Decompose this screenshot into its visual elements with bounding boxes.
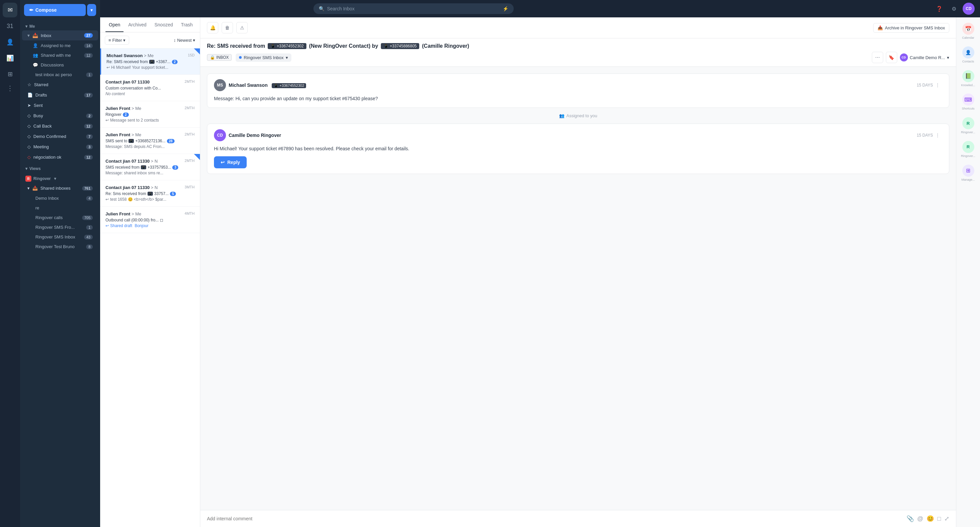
rs-manage[interactable]: ⊞ Manage... bbox=[959, 162, 978, 184]
expand-icon[interactable]: ⤢ bbox=[944, 515, 949, 522]
sidebar-item-demo-confirmed[interactable]: ◇ Demo Confirmed 7 bbox=[22, 132, 98, 141]
conv-preview-7: ↩ Shared draft Bonjour bbox=[105, 223, 195, 228]
conversation-item-7[interactable]: Julien Front > Me 4MTH Outbound call (00… bbox=[100, 207, 200, 233]
archive-button[interactable]: 📥 Archive in Ringover SMS Inbox bbox=[873, 23, 949, 33]
reply-arrow-6: ↩ bbox=[105, 197, 109, 202]
sidebar-item-demo-inbox[interactable]: Demo Inbox 4 bbox=[22, 194, 98, 203]
mention-icon[interactable]: @ bbox=[917, 515, 923, 522]
conversation-item-2[interactable]: Contact jian 07 11330 2MTH Custom conver… bbox=[100, 75, 200, 101]
starred-label: Starred bbox=[34, 82, 93, 87]
compose-button[interactable]: ✏ Compose bbox=[24, 4, 86, 16]
sidebar-item-ringover-calls[interactable]: Ringover calls 705 bbox=[22, 213, 98, 222]
reply-arrow-1: ↩ bbox=[107, 65, 110, 70]
sidebar-item-test-inbox[interactable]: test inbox ac perso 1 bbox=[22, 70, 98, 79]
conv-sender-4: Julien Front > Me bbox=[105, 132, 141, 137]
message-card-2: CD Camille Demo Ringover 15 DAYS ⋮ Hi Mi… bbox=[207, 124, 949, 174]
search-input[interactable] bbox=[327, 6, 500, 11]
sidebar-item-sent[interactable]: ➤ Sent bbox=[22, 100, 98, 110]
template-icon[interactable]: □ bbox=[937, 515, 941, 522]
tab-open[interactable]: Open bbox=[105, 18, 124, 32]
inbox-label: Inbox bbox=[41, 33, 81, 38]
filter-icon: ≡ bbox=[108, 38, 111, 43]
assigned-icon: 👤 bbox=[33, 43, 38, 48]
filter-icon[interactable]: ⚡ bbox=[503, 6, 508, 11]
sidebar-item-starred[interactable]: ☆ Starred bbox=[22, 80, 98, 89]
compose-dropdown-button[interactable]: ▾ bbox=[87, 4, 96, 16]
conversation-item-4[interactable]: Julien Front > Me 2MTH SMS sent to 📱 +33… bbox=[100, 127, 200, 154]
sidebar-item-shared[interactable]: 👥 Shared with me 12 bbox=[22, 51, 98, 60]
rs-calendar[interactable]: 📅 Calendar bbox=[959, 20, 978, 42]
conv-sender-6: Contact jian 07 11330 > N bbox=[105, 185, 158, 190]
me-section[interactable]: ▾ Me bbox=[20, 20, 100, 30]
sidebar-item-shared-inboxes[interactable]: ▾ 📥 Shared inboxes 761 bbox=[22, 183, 98, 193]
snooze-button[interactable]: 🔔 bbox=[207, 22, 218, 33]
sidebar-item-negociation[interactable]: ◇ négociation ok 12 bbox=[22, 152, 98, 162]
unread-corner-5 bbox=[194, 154, 200, 160]
message-view: 🔔 🗑 ⚠ 📥 Archive in Ringover SMS Inbox Re… bbox=[200, 18, 956, 527]
conversation-panel: Open Archived Snoozed Trash Spam ≡ Filte… bbox=[100, 18, 200, 527]
sidebar-item-busy[interactable]: ◇ Busy 2 bbox=[22, 111, 98, 121]
apps-app-icon[interactable]: ⊞ bbox=[3, 67, 18, 81]
sidebar-item-drafts[interactable]: 📄 Drafts 17 bbox=[22, 90, 98, 100]
sort-button[interactable]: ↕ Newest ▾ bbox=[173, 38, 195, 43]
inbox-selector[interactable]: Ringover SMS Inbox ▾ bbox=[235, 53, 291, 62]
conversation-item-5[interactable]: Contact jian 07 11330 > N 2MTH SMS recei… bbox=[100, 154, 200, 180]
ringover-badge: R bbox=[25, 176, 31, 182]
rs-ringover2[interactable]: R Ringover... bbox=[959, 138, 978, 161]
more-apps-icon[interactable]: ⋮ bbox=[7, 84, 13, 92]
sidebar-item-ringover-sms-inbox[interactable]: Ringover SMS Inbox 43 bbox=[22, 232, 98, 242]
tab-trash[interactable]: Trash bbox=[178, 18, 196, 32]
bookmark-button[interactable]: 🔖 bbox=[886, 52, 897, 63]
tab-archived[interactable]: Archived bbox=[125, 18, 150, 32]
spam-button[interactable]: ⚠ bbox=[236, 22, 248, 33]
sidebar-item-assigned[interactable]: 👤 Assigned to me 14 bbox=[22, 41, 98, 50]
sidebar-item-discussions[interactable]: 💬 Discussions bbox=[22, 61, 98, 70]
ringover-section[interactable]: R Ringover ▾ bbox=[20, 172, 100, 183]
user-avatar-top[interactable]: CD bbox=[963, 3, 975, 15]
ringover-sms-fro-label: Ringover SMS Fro... bbox=[35, 225, 83, 230]
tab-snoozed[interactable]: Snoozed bbox=[151, 18, 176, 32]
discussions-label: Discussions bbox=[41, 62, 93, 67]
sidebar-item-ringover-test-bruno[interactable]: Ringover Test Bruno 8 bbox=[22, 242, 98, 251]
tab-spam[interactable]: Spam bbox=[197, 18, 200, 32]
archive-label: Archive in Ringover SMS Inbox bbox=[885, 25, 945, 30]
shared-icon: 👥 bbox=[33, 53, 38, 58]
reply-button[interactable]: ↩ Reply bbox=[214, 156, 247, 168]
msg-avatar-ms: MS bbox=[214, 79, 226, 91]
analytics-app-icon[interactable]: 📊 bbox=[3, 51, 18, 65]
sidebar-item-inbox[interactable]: ▾ 📥 Inbox 27 bbox=[22, 30, 98, 40]
conv-badge-3: 2 bbox=[123, 113, 129, 117]
views-section[interactable]: ▾ Views bbox=[20, 162, 100, 172]
delete-button[interactable]: 🗑 bbox=[222, 22, 233, 33]
conversation-item-1[interactable]: Michael Swanson > Me 15D Re: SMS receive… bbox=[100, 48, 200, 75]
sidebar-item-re[interactable]: re bbox=[22, 204, 98, 212]
more-options-button[interactable]: ⋯ bbox=[872, 52, 883, 63]
internal-comment-input[interactable] bbox=[207, 516, 903, 521]
rs-ringover1[interactable]: R Ringover... bbox=[959, 115, 978, 137]
help-button[interactable]: ❓ bbox=[933, 3, 945, 15]
sidebar-item-ringover-sms-fro[interactable]: Ringover SMS Fro... 1 bbox=[22, 223, 98, 232]
sidebar-item-meeting[interactable]: ◇ Meeting 3 bbox=[22, 142, 98, 151]
contacts-app-icon[interactable]: 👤 bbox=[3, 35, 18, 49]
attachment-icon[interactable]: 📎 bbox=[907, 515, 914, 522]
calendar-app-icon[interactable]: 31 bbox=[3, 19, 18, 33]
conversation-item-3[interactable]: Julien Front > Me 2MTH Ringover 2 ↩ Mess… bbox=[100, 101, 200, 127]
inbox-app-icon[interactable]: ✉ bbox=[3, 3, 18, 18]
rs-shortcuts[interactable]: ⌨ Shortcuts bbox=[959, 91, 978, 113]
msg-more-button-1[interactable]: ⋮ bbox=[933, 81, 942, 90]
rs-contacts[interactable]: 👤 Contacts bbox=[959, 44, 978, 66]
assignee-dropdown: ▾ bbox=[947, 55, 949, 60]
conversation-item-6[interactable]: Contact jian 07 11330 > N 3MTH Re: Sms r… bbox=[100, 180, 200, 207]
msg-more-button-2[interactable]: ⋮ bbox=[933, 131, 942, 140]
filter-button[interactable]: ≡ Filter ▾ bbox=[105, 36, 129, 45]
rs-knowledge[interactable]: 📗 Knowled... bbox=[959, 67, 978, 90]
conv-header-7: Julien Front > Me 4MTH bbox=[105, 212, 195, 217]
assignee-button[interactable]: CD Camille Demo R... ▾ bbox=[900, 53, 949, 61]
sort-icon: ↕ bbox=[173, 38, 176, 43]
emoji-icon[interactable]: 😊 bbox=[927, 515, 934, 522]
conv-subject-2: Custom conversation with Co... bbox=[105, 86, 195, 91]
compose-area: ✏ Compose ▾ bbox=[20, 0, 100, 20]
sidebar-item-callback[interactable]: ◇ Call Back 12 bbox=[22, 121, 98, 131]
settings-button[interactable]: ⚙ bbox=[948, 3, 960, 15]
inbox-selector-label: Ringover SMS Inbox bbox=[243, 55, 283, 60]
